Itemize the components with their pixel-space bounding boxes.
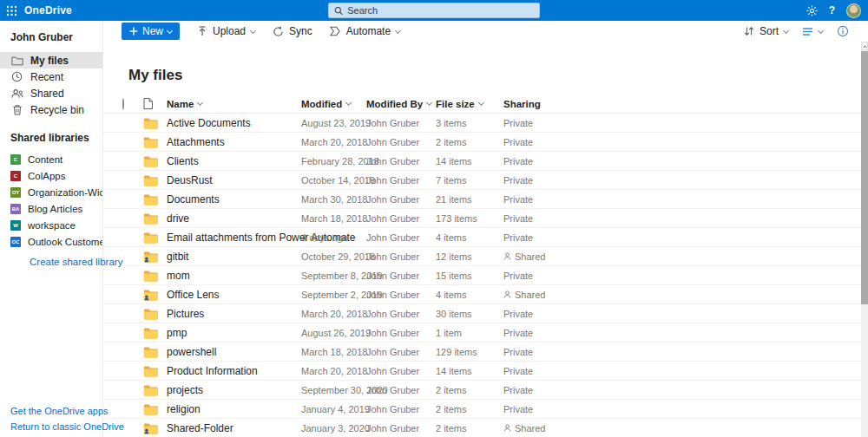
column-header-modified-by[interactable]: Modified By — [366, 99, 436, 109]
help-button[interactable]: ? — [829, 4, 835, 16]
upload-button[interactable]: Upload — [197, 25, 255, 37]
library-label: ColApps — [28, 171, 65, 181]
settings-button[interactable] — [806, 5, 818, 16]
sidebar-item-recycle-bin[interactable]: Recycle bin — [0, 101, 102, 118]
file-sharing: Private — [503, 232, 868, 243]
sidebar-item-label: Shared — [30, 88, 64, 100]
sidebar-library-outlook-customer-manag[interactable]: OC Outlook Customer Manag... — [0, 233, 102, 250]
details-pane-button[interactable] — [837, 25, 849, 37]
file-type-column-icon[interactable] — [143, 98, 167, 109]
sidebar: John Gruber My files Recent Shared Recyc… — [0, 21, 103, 437]
account-avatar[interactable] — [846, 3, 861, 18]
table-row[interactable]: religion January 4, 2019 John Gruber 2 i… — [103, 400, 868, 419]
search-icon — [334, 6, 343, 16]
shared-people-icon — [503, 423, 511, 434]
table-row[interactable]: Email attachments from Power Automate 4 … — [103, 228, 868, 247]
scroll-up-button[interactable] — [861, 42, 868, 50]
create-shared-library-link[interactable]: Create shared library — [30, 257, 102, 267]
sidebar-library-content[interactable]: C Content — [0, 151, 102, 167]
search-input[interactable] — [347, 5, 534, 16]
library-label: Organization-Wide Team — [28, 187, 102, 198]
column-header-name[interactable]: Name — [167, 99, 301, 109]
file-name[interactable]: Email attachments from Power Automate — [167, 232, 301, 244]
chevron-down-icon — [250, 27, 256, 33]
file-name[interactable]: mom — [167, 270, 301, 282]
sidebar-item-recent[interactable]: Recent — [0, 68, 102, 85]
file-modified: October 29, 2018 — [301, 251, 366, 262]
sort-button-label: Sort — [760, 25, 779, 37]
automate-button[interactable]: Automate — [330, 25, 400, 37]
file-name[interactable]: Documents — [167, 193, 301, 205]
file-name[interactable]: gitbit — [167, 251, 301, 263]
search-box[interactable] — [328, 3, 540, 18]
sync-icon — [273, 26, 284, 37]
vertical-scrollbar[interactable] — [861, 42, 868, 437]
table-row[interactable]: Documents March 30, 2018 John Gruber 21 … — [103, 190, 868, 209]
table-row[interactable]: gitbit October 29, 2018 John Gruber 12 i… — [103, 247, 868, 266]
file-name[interactable]: Clients — [167, 155, 301, 167]
file-name[interactable]: pmp — [167, 327, 301, 339]
table-row[interactable]: Pictures March 20, 2018 John Gruber 30 i… — [103, 304, 868, 323]
file-name[interactable]: Active Documents — [167, 117, 301, 129]
file-name[interactable]: Product Information — [167, 365, 301, 377]
table-row[interactable]: Shared-Folder January 3, 2020 John Grube… — [103, 419, 868, 437]
table-row[interactable]: mom September 8, 2019 John Gruber 15 ite… — [103, 266, 868, 285]
column-header-modified[interactable]: Modified — [301, 99, 366, 109]
command-bar: New Upload — [103, 21, 868, 42]
sync-button-label: Sync — [289, 25, 312, 37]
file-modified: March 18, 2018 — [301, 347, 366, 357]
table-row[interactable]: Active Documents August 23, 2019 John Gr… — [103, 114, 868, 133]
file-name[interactable]: DeusRust — [167, 174, 301, 186]
sort-button[interactable]: Sort — [744, 25, 788, 37]
sidebar-item-shared[interactable]: Shared — [0, 85, 102, 101]
app-title[interactable]: OneDrive — [24, 4, 72, 16]
file-name[interactable]: powershell — [167, 346, 301, 358]
file-size: 173 items — [436, 213, 503, 224]
sidebar-library-workspace[interactable]: W workspace — [0, 217, 102, 233]
folder-icon — [143, 117, 167, 129]
sidebar-item-label: Recent — [30, 71, 63, 83]
column-header-sharing[interactable]: Sharing — [503, 99, 868, 109]
scrollbar-thumb[interactable] — [861, 51, 868, 304]
table-row[interactable]: powershell March 18, 2018 John Gruber 12… — [103, 342, 868, 362]
get-onedrive-apps-link[interactable]: Get the OneDrive apps — [10, 406, 124, 416]
sidebar-library-colapps[interactable]: C ColApps — [0, 167, 102, 184]
sync-button[interactable]: Sync — [273, 25, 312, 37]
file-name[interactable]: Office Lens — [167, 289, 301, 301]
file-size: 21 items — [436, 194, 503, 205]
table-row[interactable]: Product Information March 20, 2018 John … — [103, 362, 868, 381]
table-row[interactable]: projects September 30, 2020 John Gruber … — [103, 381, 868, 400]
return-classic-onedrive-link[interactable]: Return to classic OneDrive — [10, 421, 124, 432]
folder-icon — [143, 174, 167, 186]
chevron-down-icon — [345, 100, 352, 106]
sidebar-library-blog-articles[interactable]: BA Blog Articles — [0, 200, 102, 217]
file-name[interactable]: projects — [167, 384, 301, 396]
table-row[interactable]: pmp August 26, 2019 John Gruber 1 item P… — [103, 323, 868, 342]
select-all-checkbox[interactable] — [122, 98, 124, 110]
table-row[interactable]: DeusRust October 14, 2019 John Gruber 7 … — [103, 171, 868, 190]
table-row[interactable]: Attachments March 20, 2018 John Gruber 2… — [103, 133, 868, 152]
file-name[interactable]: drive — [167, 212, 301, 225]
table-row[interactable]: Office Lens September 2, 2019 John Grube… — [103, 285, 868, 304]
library-color-icon: W — [10, 220, 21, 231]
file-name[interactable]: religion — [167, 403, 301, 415]
app-launcher-button[interactable] — [0, 0, 23, 21]
file-modified-by: John Gruber — [366, 328, 436, 338]
file-size: 7 items — [436, 175, 503, 186]
library-color-icon: C — [10, 171, 21, 181]
table-row[interactable]: drive March 18, 2018 John Gruber 173 ite… — [103, 209, 868, 228]
file-sharing: Shared — [503, 251, 868, 262]
file-name[interactable]: Shared-Folder — [167, 422, 301, 434]
sidebar-item-my-files[interactable]: My files — [0, 52, 102, 68]
page-title: My files — [128, 67, 868, 84]
file-name[interactable]: Attachments — [167, 136, 301, 148]
file-modified-by: John Gruber — [366, 194, 436, 205]
file-sharing: Private — [503, 175, 868, 186]
new-button[interactable]: New — [122, 23, 180, 40]
top-app-bar: OneDrive ? — [0, 0, 868, 21]
column-header-file-size[interactable]: File size — [436, 99, 503, 109]
view-options-button[interactable] — [802, 27, 823, 36]
table-row[interactable]: Clients February 28, 2018 John Gruber 14… — [103, 152, 868, 171]
file-name[interactable]: Pictures — [167, 308, 301, 320]
sidebar-library-organization-wide-team[interactable]: OT Organization-Wide Team — [0, 184, 102, 200]
